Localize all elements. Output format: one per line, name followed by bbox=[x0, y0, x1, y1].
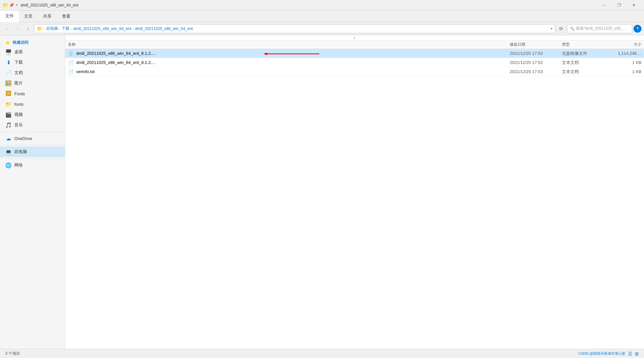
sidebar-item-video[interactable]: 🎬 视频 📌 bbox=[0, 109, 65, 120]
file-cell-name-2: 📄 verinfo.txt bbox=[65, 67, 507, 76]
status-grid-icon: ⊞ bbox=[635, 351, 639, 356]
window-icon: 📁 bbox=[3, 3, 8, 8]
music-icon: 🎵 bbox=[5, 122, 12, 128]
sidebar-item-pictures-label: 图片 bbox=[14, 80, 23, 86]
menu-bar: 文件 主页 共享 查看 bbox=[0, 10, 644, 22]
search-placeholder: 搜索"dm8_20211025_x86_... bbox=[576, 26, 626, 31]
status-bar: 3 个项目 CSDN @朝我开枪请对准心脏 ☰ ⊞ bbox=[0, 349, 644, 358]
file-cell-date-1: 2021/12/25 17:52 bbox=[507, 58, 559, 67]
sidebar-item-desktop-label: 桌面 bbox=[14, 49, 23, 55]
sidebar-item-desktop[interactable]: 🖥️ 桌面 📌 bbox=[0, 47, 65, 57]
download-icon: ⬇ bbox=[5, 59, 12, 66]
file-name-2: verinfo.txt bbox=[76, 69, 95, 74]
file-cell-size-1: 1 KB bbox=[611, 58, 644, 67]
onedrive-icon: ☁ bbox=[5, 135, 12, 142]
video-icon: 🎬 bbox=[5, 111, 12, 118]
quick-access-label: 快速访问 bbox=[13, 40, 28, 45]
menu-tab-view[interactable]: 查看 bbox=[57, 10, 76, 22]
window-controls: ─ ❐ ✕ bbox=[596, 0, 641, 10]
file-cell-date-0: 2021/12/25 17:53 bbox=[507, 49, 559, 58]
sidebar-item-this-pc[interactable]: 💻 此电脑 bbox=[0, 147, 65, 157]
sidebar-section-quick-access[interactable]: ⭐ 快速访问 bbox=[0, 38, 65, 47]
menu-tab-home[interactable]: 主页 bbox=[19, 10, 38, 22]
file-cell-size-0: 1,114,248 ... bbox=[611, 49, 644, 58]
back-button[interactable]: ‹ bbox=[3, 24, 12, 33]
text-file-icon-2: 📄 bbox=[68, 69, 74, 75]
title-bar: 📁 📌 ▾ dm8_20211025_x86_win_64_ent ─ ❐ ✕ bbox=[0, 0, 644, 10]
status-view-icon: ☰ bbox=[628, 351, 632, 356]
sidebar-item-music-label: 音乐 bbox=[14, 122, 23, 128]
help-button[interactable]: ? bbox=[634, 25, 641, 33]
sidebar-item-this-pc-label: 此电脑 bbox=[14, 149, 27, 155]
folder-icon: 📁 bbox=[5, 101, 12, 107]
sidebar-item-pictures[interactable]: 🖼️ 图片 📌 bbox=[0, 78, 65, 88]
sidebar-item-fonts-lower-label: fonts bbox=[14, 102, 23, 107]
sidebar-item-fonts[interactable]: 🅰 Fonts 📌 bbox=[0, 88, 65, 99]
address-part-pc[interactable]: 此电脑 bbox=[46, 26, 58, 31]
file-name-0: dm8_20211025_x86_win_64_ent_8.1.2.... bbox=[76, 51, 155, 56]
file-cell-size-2: 1 KB bbox=[611, 67, 644, 76]
forward-button[interactable]: › bbox=[13, 24, 22, 33]
sidebar-item-download-label: 下载 bbox=[14, 59, 23, 65]
address-bar[interactable]: 📁 › 此电脑 › 下载 › dm8_20211025_x86_win_64_e… bbox=[34, 24, 555, 33]
address-part-folder1[interactable]: dm8_20211025_x86_win_64_ent bbox=[73, 26, 131, 31]
refresh-button[interactable]: ⟳ bbox=[557, 24, 566, 33]
fonts-icon: 🅰 bbox=[5, 90, 12, 97]
desktop-icon: 🖥️ bbox=[5, 49, 12, 55]
sidebar-item-onedrive-label: OneDrive bbox=[14, 136, 32, 141]
address-part-folder2[interactable]: dm8_20211025_x86_win_64_ent bbox=[135, 26, 193, 31]
sidebar-item-music[interactable]: 🎵 音乐 bbox=[0, 120, 65, 130]
toolbar: ‹ › ↑ 📁 › 此电脑 › 下载 › dm8_20211025_x86_wi… bbox=[0, 22, 644, 35]
text-file-icon-1: 📄 bbox=[68, 60, 74, 66]
file-name-1: dm8_20211025_x86_win_64_ent_8.1.2.... bbox=[76, 60, 155, 65]
table-row[interactable]: 📄 verinfo.txt 2021/12/25 17:53 文本文档 1 KB bbox=[65, 67, 644, 76]
menu-tab-share[interactable]: 共享 bbox=[38, 10, 57, 22]
title-bar-icons: 📁 📌 ▾ bbox=[3, 3, 18, 8]
col-header-date[interactable]: 修改日期 bbox=[507, 40, 559, 49]
col-header-name[interactable]: 名称 bbox=[65, 40, 507, 49]
search-icon: 🔍 bbox=[570, 26, 575, 31]
network-icon: 🌐 bbox=[5, 162, 12, 168]
col-size-label: 大小 bbox=[634, 42, 641, 47]
file-list: 💿 dm8_20211025_x86_win_64_ent_8.1.2.... … bbox=[65, 49, 644, 349]
file-cell-type-0: 光盘映像文件 bbox=[559, 49, 611, 58]
sidebar-item-network-label: 网络 bbox=[14, 162, 23, 168]
search-box[interactable]: 🔍 搜索"dm8_20211025_x86_... bbox=[567, 24, 632, 33]
sidebar-item-video-label: 视频 bbox=[14, 112, 23, 117]
maximize-button[interactable]: ❐ bbox=[611, 0, 626, 10]
table-row[interactable]: 💿 dm8_20211025_x86_win_64_ent_8.1.2.... … bbox=[65, 49, 644, 58]
close-button[interactable]: ✕ bbox=[626, 0, 641, 10]
disc-icon: 💿 bbox=[68, 51, 74, 56]
sidebar: ⭐ 快速访问 🖥️ 桌面 📌 ⬇ 下载 📌 📄 文档 📌 🖼️ 图片 📌 🅰 F… bbox=[0, 35, 65, 349]
dropdown-arrow-icon: ▾ bbox=[16, 3, 18, 7]
pictures-icon: 🖼️ bbox=[5, 80, 12, 86]
col-name-label: 名称 bbox=[68, 42, 76, 47]
sidebar-item-fonts-lower[interactable]: 📁 fonts 📌 bbox=[0, 99, 65, 109]
sidebar-divider-3 bbox=[0, 158, 65, 159]
sidebar-item-onedrive[interactable]: ☁ OneDrive bbox=[0, 133, 65, 144]
minimize-button[interactable]: ─ bbox=[596, 0, 611, 10]
status-right-text: CSDN @朝我开枪请对准心脏 bbox=[578, 351, 625, 356]
up-button[interactable]: ↑ bbox=[23, 24, 33, 33]
file-cell-name-0: 💿 dm8_20211025_x86_win_64_ent_8.1.2.... bbox=[65, 49, 507, 58]
col-header-type[interactable]: 类型 bbox=[559, 40, 611, 49]
address-folder-icon: 📁 bbox=[37, 26, 42, 31]
sidebar-item-network[interactable]: 🌐 网络 bbox=[0, 160, 65, 170]
col-header-size[interactable]: 大小 bbox=[611, 40, 644, 49]
sidebar-item-download[interactable]: ⬇ 下载 📌 bbox=[0, 57, 65, 68]
file-cell-type-2: 文本文档 bbox=[559, 67, 611, 76]
main-content: ⭐ 快速访问 🖥️ 桌面 📌 ⬇ 下载 📌 📄 文档 📌 🖼️ 图片 📌 🅰 F… bbox=[0, 35, 644, 349]
col-date-label: 修改日期 bbox=[510, 42, 525, 47]
table-row[interactable]: 📄 dm8_20211025_x86_win_64_ent_8.1.2.... … bbox=[65, 58, 644, 67]
address-dropdown-icon[interactable]: ▾ bbox=[551, 27, 552, 30]
sidebar-item-fonts-label: Fonts bbox=[14, 91, 25, 96]
file-cell-date-2: 2021/12/25 17:53 bbox=[507, 67, 559, 76]
star-icon: ⭐ bbox=[5, 40, 10, 45]
col-type-label: 类型 bbox=[562, 42, 570, 47]
address-part-download[interactable]: 下载 bbox=[62, 26, 69, 31]
sidebar-item-docs[interactable]: 📄 文档 📌 bbox=[0, 68, 65, 78]
file-area: ▲ 名称 修改日期 类型 大小 💿 dm8_20211025_x86_w bbox=[65, 35, 644, 349]
menu-tab-file[interactable]: 文件 bbox=[0, 10, 19, 22]
item-count: 3 个项目 bbox=[5, 351, 20, 356]
sidebar-divider-1 bbox=[0, 132, 65, 132]
